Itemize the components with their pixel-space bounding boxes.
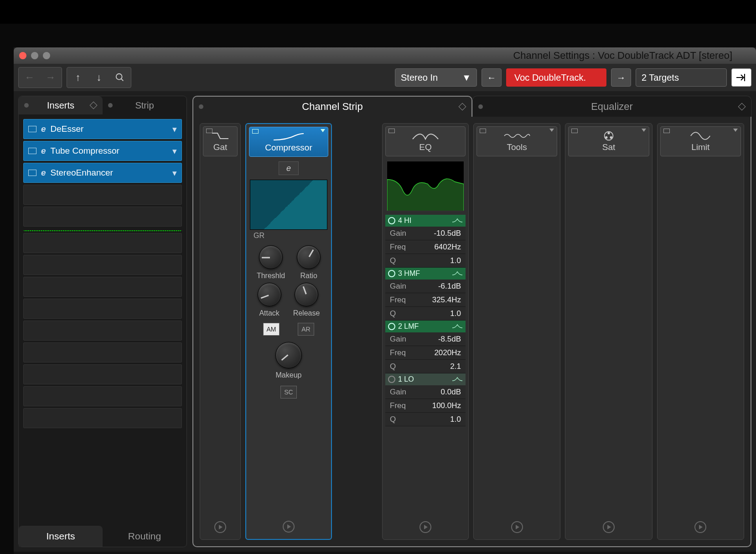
bypass-icon[interactable] <box>28 148 36 154</box>
chevron-down-icon[interactable]: ▾ <box>172 168 177 178</box>
play-icon[interactable] <box>419 521 431 533</box>
threshold-knob[interactable] <box>259 245 283 269</box>
nav-forward-button[interactable]: → <box>41 68 61 87</box>
module-tools[interactable]: Tools <box>473 123 560 540</box>
nav-back-button[interactable]: ← <box>20 68 40 87</box>
play-icon[interactable] <box>214 521 226 533</box>
module-sat[interactable]: Sat <box>565 123 652 540</box>
bypass-icon[interactable] <box>28 170 36 176</box>
eq-header[interactable]: EQ <box>385 126 466 156</box>
tab-inserts[interactable]: Inserts <box>19 96 103 114</box>
edit-icon[interactable]: e <box>41 146 46 156</box>
eq-gain-param[interactable]: Gain-8.5dB <box>385 332 466 346</box>
eq-band-4: 4 HI Gain-10.5dB Freq6402Hz Q1.0 <box>385 215 466 268</box>
insert-slot-empty[interactable] <box>23 185 182 205</box>
module-eq: EQ 4 HI Gain-10.5dB Freq6402Hz Q1.0 <box>382 123 469 540</box>
play-icon[interactable] <box>511 521 523 533</box>
insert-slot-empty[interactable] <box>23 299 182 319</box>
gr-label: GR <box>254 232 264 240</box>
move-up-button[interactable]: ↑ <box>68 68 88 87</box>
filter-shape-icon[interactable] <box>452 376 463 383</box>
eq-freq-param[interactable]: Freq6402Hz <box>385 240 466 254</box>
maximize-window-button[interactable] <box>43 52 50 59</box>
timeline-ruler[interactable]: 152030 152030 152030 152030 152030 15203… <box>14 552 756 554</box>
power-icon[interactable] <box>388 323 395 330</box>
insert-slot-2[interactable]: e Tube Compressor ▾ <box>23 141 182 161</box>
track-name-field[interactable]: Voc DoubleTrack. <box>506 68 606 87</box>
eq-band-2: 2 LMF Gain-8.5dB Freq2020Hz Q2.1 <box>385 321 466 373</box>
window-titlebar: Channel Settings : Voc DoubleTrack ADT [… <box>14 47 756 64</box>
toolbar: ← → ↑ ↓ Stereo In▼ ← Voc DoubleTrack. → … <box>14 64 756 91</box>
module-limit[interactable]: Limit <box>657 123 744 540</box>
eq-q-param[interactable]: Q1.0 <box>385 413 466 426</box>
insert-slot-empty[interactable] <box>23 408 182 428</box>
compressor-header[interactable]: Compressor <box>249 127 328 157</box>
eq-gain-param[interactable]: Gain-6.1dB <box>385 280 466 293</box>
minimize-window-button[interactable] <box>31 52 38 59</box>
insert-slot-empty[interactable] <box>23 321 182 341</box>
bottom-tab-routing[interactable]: Routing <box>103 526 186 547</box>
ratio-knob[interactable] <box>297 245 321 269</box>
output-chain-button[interactable] <box>731 68 751 87</box>
compressor-edit-button[interactable]: e <box>279 161 299 175</box>
insert-slot-empty[interactable] <box>23 364 182 384</box>
input-routing-select[interactable]: Stereo In▼ <box>395 68 477 87</box>
module-compressor: Compressor e GR Threshld Ratio <box>245 123 332 540</box>
eq-band-3: 3 HMF Gain-6.1dB Freq325.4Hz Q1.0 <box>385 268 466 321</box>
power-icon[interactable] <box>388 376 395 383</box>
makeup-knob[interactable] <box>275 342 302 368</box>
ar-toggle[interactable]: AR <box>298 323 314 336</box>
attack-knob[interactable] <box>258 283 281 306</box>
bypass-icon[interactable] <box>28 126 36 132</box>
release-knob[interactable] <box>295 283 318 306</box>
eq-freq-param[interactable]: Freq325.4Hz <box>385 293 466 307</box>
insert-slot-empty[interactable] <box>23 255 182 275</box>
eq-curve-display[interactable] <box>387 161 464 211</box>
eq-q-param[interactable]: Q1.0 <box>385 307 466 321</box>
insert-slot-3[interactable]: e StereoEnhancer ▾ <box>23 163 182 183</box>
move-down-button[interactable]: ↓ <box>89 68 109 87</box>
bottom-tab-inserts[interactable]: Inserts <box>19 526 103 547</box>
eq-band-header[interactable]: 4 HI <box>385 215 466 227</box>
play-icon[interactable] <box>603 521 615 533</box>
filter-shape-icon[interactable] <box>452 323 463 330</box>
svg-line-1 <box>121 79 124 81</box>
eq-q-param[interactable]: Q2.1 <box>385 360 466 373</box>
module-gate[interactable]: Gat <box>200 123 241 540</box>
eq-band-header[interactable]: 3 HMF <box>385 268 466 280</box>
tab-strip[interactable]: Strip <box>103 96 186 114</box>
edit-icon[interactable]: e <box>41 124 46 134</box>
edit-icon[interactable]: e <box>41 168 46 178</box>
eq-freq-param[interactable]: Freq100.0Hz <box>385 399 466 413</box>
play-icon[interactable] <box>694 521 706 533</box>
eq-freq-param[interactable]: Freq2020Hz <box>385 346 466 360</box>
insert-slot-empty[interactable] <box>23 386 182 406</box>
eq-gain-param[interactable]: Gain-10.5dB <box>385 227 466 240</box>
input-go-button[interactable]: ← <box>482 68 502 87</box>
close-window-button[interactable] <box>19 52 26 59</box>
eq-gain-param[interactable]: Gain0.0dB <box>385 385 466 399</box>
play-icon[interactable] <box>283 521 295 533</box>
eq-q-param[interactable]: Q1.0 <box>385 254 466 268</box>
insert-slot-empty[interactable] <box>23 207 182 227</box>
sc-toggle[interactable]: SC <box>280 386 297 399</box>
tab-channel-strip[interactable]: Channel Strip <box>192 96 472 117</box>
output-targets-select[interactable]: 2 Targets <box>636 68 727 87</box>
insert-slot-1[interactable]: e DeEsser ▾ <box>23 119 182 139</box>
filter-shape-icon[interactable] <box>452 270 463 277</box>
chevron-down-icon[interactable]: ▾ <box>172 146 177 156</box>
insert-slot-empty[interactable] <box>23 277 182 297</box>
insert-slot-empty[interactable] <box>23 342 182 362</box>
window-title: Channel Settings : Voc DoubleTrack ADT [… <box>59 50 751 62</box>
power-icon[interactable] <box>388 270 395 277</box>
am-toggle[interactable]: AM <box>263 323 280 336</box>
chevron-down-icon[interactable]: ▾ <box>172 124 177 135</box>
insert-slot-empty[interactable] <box>23 233 182 253</box>
filter-shape-icon[interactable] <box>452 217 463 224</box>
output-go-button[interactable]: → <box>611 68 631 87</box>
search-button[interactable] <box>110 68 130 87</box>
tab-equalizer[interactable]: Equalizer <box>472 96 751 117</box>
eq-band-header[interactable]: 1 LO <box>385 373 466 385</box>
eq-band-header[interactable]: 2 LMF <box>385 321 466 332</box>
power-icon[interactable] <box>388 217 395 224</box>
